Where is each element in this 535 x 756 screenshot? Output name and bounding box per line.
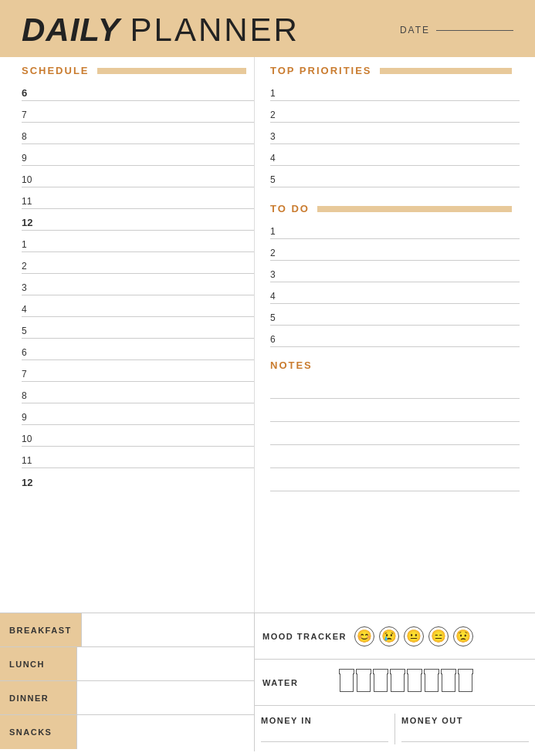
water-cup-3[interactable] xyxy=(374,673,388,692)
todo-item-3[interactable]: 3 xyxy=(270,261,520,282)
schedule-item-5pm[interactable]: 5 xyxy=(22,317,254,339)
priority-item-3[interactable]: 3 xyxy=(270,123,520,144)
schedule-item-2pm[interactable]: 2 xyxy=(22,252,254,274)
schedule-item-8am[interactable]: 8 xyxy=(22,123,254,144)
water-cup-5[interactable] xyxy=(408,673,422,692)
schedule-item-7am[interactable]: 7 xyxy=(22,101,254,123)
schedule-title: SCHEDULE xyxy=(22,65,90,76)
schedule-item-8pm[interactable]: 8 xyxy=(22,382,254,403)
schedule-item-11am[interactable]: 11 xyxy=(22,187,254,209)
money-out-item[interactable]: MONEY OUT xyxy=(395,716,535,742)
hour-label: 4 xyxy=(22,304,39,315)
mood-tracker-row: MOOD TRACKER 😊 😢 😐 😑 😟 xyxy=(255,613,535,660)
water-cup-1[interactable] xyxy=(340,673,354,692)
breakfast-content[interactable] xyxy=(82,613,254,646)
notes-line-4[interactable] xyxy=(270,448,520,468)
dinner-label: DINNER xyxy=(0,681,77,714)
mood-sad-icon[interactable]: 😢 xyxy=(379,626,399,646)
schedule-list: 6 7 8 9 10 11 12 xyxy=(22,79,254,490)
schedule-item-12pm[interactable]: 12 xyxy=(22,209,254,231)
todo-item-6[interactable]: 6 xyxy=(270,326,520,347)
water-cup-2[interactable] xyxy=(357,673,371,692)
todo-item-5[interactable]: 5 xyxy=(270,304,520,326)
water-tracker-row: WATER xyxy=(255,660,535,706)
snacks-content[interactable] xyxy=(77,715,254,749)
hour-label: 2 xyxy=(22,261,39,272)
schedule-item-12am[interactable]: 12 xyxy=(22,468,254,490)
schedule-item-3pm[interactable]: 3 xyxy=(22,274,254,295)
todo-item-2[interactable]: 2 xyxy=(270,239,520,261)
hour-label: 7 xyxy=(22,110,39,120)
todo-list: 1 2 3 4 5 6 xyxy=(270,218,520,347)
schedule-item-4pm[interactable]: 4 xyxy=(22,295,254,317)
water-cup-6[interactable] xyxy=(425,673,438,692)
hour-label: 12 xyxy=(22,477,39,488)
notes-header: NOTES xyxy=(270,352,520,374)
mood-neutral-icon[interactable]: 😐 xyxy=(404,626,424,646)
todo-header: TO DO xyxy=(270,195,520,218)
money-out-line[interactable] xyxy=(401,727,529,742)
schedule-item-10pm[interactable]: 10 xyxy=(22,425,254,447)
lunch-content[interactable] xyxy=(77,647,254,680)
hour-label: 6 xyxy=(22,347,39,358)
mood-icons: 😊 😢 😐 😑 😟 xyxy=(354,626,473,646)
priorities-header: TOP PRIORITIES xyxy=(270,57,520,79)
trackers-section: MOOD TRACKER 😊 😢 😐 😑 😟 WATER xyxy=(255,613,535,751)
notes-line-2[interactable] xyxy=(270,402,520,422)
hour-label: 6 xyxy=(22,87,39,99)
todo-item-1[interactable]: 1 xyxy=(270,218,520,239)
mood-worried-icon[interactable]: 😟 xyxy=(453,626,473,646)
priorities-list: 1 2 3 4 5 xyxy=(270,79,520,187)
notes-section: NOTES xyxy=(270,352,520,491)
schedule-item-9am[interactable]: 9 xyxy=(22,144,254,166)
hour-label: 9 xyxy=(22,412,39,423)
schedule-item-9pm[interactable]: 9 xyxy=(22,403,254,425)
money-out-label: MONEY OUT xyxy=(401,716,463,725)
schedule-item-10am[interactable]: 10 xyxy=(22,166,254,187)
breakfast-row[interactable]: BREAKFAST xyxy=(0,613,254,647)
priority-item-5[interactable]: 5 xyxy=(270,166,520,187)
lunch-label: LUNCH xyxy=(0,647,77,680)
notes-line-5[interactable] xyxy=(270,471,520,491)
notes-lines xyxy=(270,379,520,491)
mood-blank-icon[interactable]: 😑 xyxy=(428,626,449,646)
money-in-line[interactable] xyxy=(261,727,388,742)
hour-label: 1 xyxy=(22,239,39,250)
dinner-content[interactable] xyxy=(77,681,254,714)
lunch-row[interactable]: LUNCH xyxy=(0,647,254,681)
notes-line-3[interactable] xyxy=(270,425,520,445)
todo-item-4[interactable]: 4 xyxy=(270,282,520,304)
water-label: WATER xyxy=(262,678,332,687)
priorities-bar xyxy=(380,68,512,74)
date-field[interactable]: DATE xyxy=(400,25,513,35)
priority-item-4[interactable]: 4 xyxy=(270,144,520,166)
breakfast-label: BREAKFAST xyxy=(0,613,82,646)
money-tracker-row: MONEY IN MONEY OUT xyxy=(255,706,535,751)
notes-line-1[interactable] xyxy=(270,379,520,399)
right-column: TOP PRIORITIES 1 2 3 4 5 TO DO 1 2 3 4 5 xyxy=(255,57,535,613)
priority-item-1[interactable]: 1 xyxy=(270,79,520,101)
hour-label: 9 xyxy=(22,153,39,164)
hour-label: 8 xyxy=(22,131,39,142)
schedule-item-6pm[interactable]: 6 xyxy=(22,339,254,360)
schedule-item-7pm[interactable]: 7 xyxy=(22,360,254,382)
money-in-item[interactable]: MONEY IN xyxy=(255,716,394,742)
schedule-header: SCHEDULE xyxy=(22,57,254,79)
schedule-item-1pm[interactable]: 1 xyxy=(22,231,254,252)
priorities-title: TOP PRIORITIES xyxy=(270,65,372,76)
snacks-row[interactable]: SNACKS xyxy=(0,715,254,749)
mood-tracker-label: MOOD TRACKER xyxy=(262,632,347,641)
schedule-bar xyxy=(97,68,246,74)
dinner-row[interactable]: DINNER xyxy=(0,681,254,715)
schedule-item-6am[interactable]: 6 xyxy=(22,79,254,101)
priority-item-2[interactable]: 2 xyxy=(270,101,520,123)
water-cup-7[interactable] xyxy=(442,673,455,692)
schedule-item-11pm[interactable]: 11 xyxy=(22,447,254,468)
water-cup-4[interactable] xyxy=(391,673,405,692)
date-line xyxy=(436,30,513,31)
hour-label: 8 xyxy=(22,390,39,401)
main-body: SCHEDULE 6 7 8 9 10 xyxy=(0,57,535,613)
mood-happy-icon[interactable]: 😊 xyxy=(354,626,374,646)
water-cup-8[interactable] xyxy=(459,673,472,692)
hour-label: 12 xyxy=(22,217,39,228)
